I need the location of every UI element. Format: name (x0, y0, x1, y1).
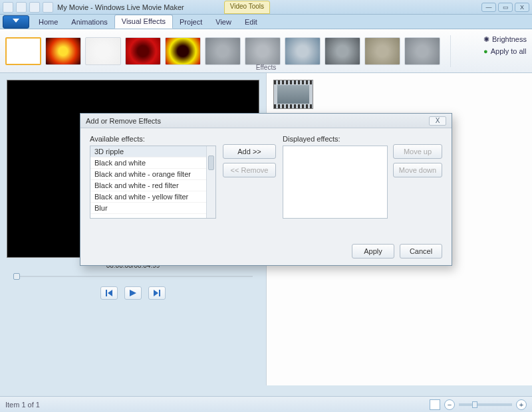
brightness-icon: ✺ (483, 35, 489, 44)
playback-controls (7, 286, 259, 300)
effect-thumb-7[interactable] (285, 37, 321, 65)
window-title: My Movie - Windows Live Movie Maker (57, 3, 184, 11)
effect-thumb-none[interactable] (5, 37, 41, 65)
effect-thumb-3[interactable] (125, 37, 161, 65)
displayed-effects-list[interactable] (283, 146, 388, 219)
ribbon-tabs: Home Animations Visual Effects Project V… (0, 15, 532, 29)
svg-marker-4 (154, 290, 158, 296)
apply-button[interactable]: Apply (352, 244, 394, 258)
effect-thumb-4[interactable] (165, 37, 201, 65)
zoom-controls: − + (430, 399, 527, 410)
list-item[interactable]: Blur (90, 203, 215, 214)
qat-dropdown-icon[interactable] (43, 2, 53, 13)
effect-thumb-9[interactable] (364, 37, 400, 65)
svg-marker-0 (13, 19, 19, 23)
file-menu-button[interactable] (3, 15, 29, 29)
svg-marker-1 (108, 290, 112, 296)
quick-access-toolbar (3, 2, 53, 13)
qat-icon[interactable] (3, 2, 13, 13)
status-item-count: Item 1 of 1 (5, 401, 40, 409)
dialog-title: Add or Remove Effects (86, 117, 161, 125)
displayed-effects-label: Displayed effects: (283, 135, 388, 143)
clip-thumb[interactable] (273, 80, 313, 109)
list-item[interactable]: 3D ripple (90, 146, 215, 157)
list-item[interactable]: Black and white (90, 157, 215, 169)
qat-redo-icon[interactable] (29, 2, 40, 13)
minimize-button[interactable]: — (481, 3, 496, 12)
dialog-close-button[interactable]: X (429, 116, 446, 126)
ribbon-section-label: Effects (256, 64, 276, 71)
maximize-button[interactable]: ▭ (498, 3, 513, 12)
cancel-button[interactable]: Cancel (400, 244, 442, 258)
add-remove-effects-dialog: Add or Remove Effects X Available effect… (80, 113, 452, 266)
effect-thumb-8[interactable] (325, 37, 360, 65)
next-frame-button[interactable] (148, 286, 166, 300)
effect-thumb-6[interactable] (245, 37, 281, 65)
ribbon-panel: ✺ Brightness ● Apply to all Effects (0, 29, 532, 73)
qat-undo-icon[interactable] (16, 2, 27, 13)
effect-thumb-5[interactable] (205, 37, 241, 65)
list-item[interactable]: Black and white - red filter (90, 180, 215, 191)
view-mode-icon[interactable] (430, 399, 440, 410)
titlebar: My Movie - Windows Live Movie Maker Vide… (0, 0, 532, 15)
tab-project[interactable]: Project (173, 16, 209, 29)
status-bar: Item 1 of 1 − + (0, 396, 532, 412)
seek-slider[interactable] (13, 272, 253, 281)
move-up-button[interactable]: Move up (393, 144, 442, 159)
apply-all-button[interactable]: ● Apply to all (483, 45, 527, 57)
effect-thumb-2[interactable] (85, 37, 121, 65)
apply-all-icon: ● (483, 47, 488, 55)
tab-view[interactable]: View (209, 16, 238, 29)
effect-thumb-1[interactable] (45, 37, 81, 65)
zoom-in-button[interactable]: + (516, 399, 527, 410)
svg-rect-5 (159, 290, 160, 296)
svg-rect-2 (106, 290, 107, 296)
add-button[interactable]: Add >> (223, 144, 276, 159)
scrollbar[interactable] (206, 146, 215, 218)
remove-button[interactable]: << Remove (223, 163, 276, 177)
zoom-out-button[interactable]: − (444, 399, 455, 410)
move-down-button[interactable]: Move down (393, 163, 442, 177)
ribbon-right-group: ✺ Brightness ● Apply to all (483, 33, 527, 57)
dialog-titlebar[interactable]: Add or Remove Effects X (80, 114, 452, 128)
tab-animations[interactable]: Animations (65, 16, 114, 29)
brightness-button[interactable]: ✺ Brightness (483, 33, 527, 45)
svg-marker-3 (130, 290, 136, 296)
window-buttons: — ▭ X (481, 3, 529, 12)
available-effects-label: Available effects: (90, 135, 216, 143)
tab-home[interactable]: Home (32, 16, 65, 29)
close-button[interactable]: X (515, 3, 529, 12)
effect-thumb-10[interactable] (404, 37, 440, 65)
available-effects-list[interactable]: 3D ripple Black and white Black and whit… (90, 146, 216, 219)
contextual-tab-label: Video Tools (224, 1, 270, 14)
prev-frame-button[interactable] (100, 286, 118, 300)
tab-edit[interactable]: Edit (238, 16, 264, 29)
tab-visual-effects[interactable]: Visual Effects (114, 15, 173, 29)
list-item[interactable]: Black and white - orange filter (90, 169, 215, 180)
play-button[interactable] (124, 286, 142, 300)
zoom-slider[interactable] (459, 403, 512, 406)
list-item[interactable]: Black and white - yellow filter (90, 191, 215, 203)
